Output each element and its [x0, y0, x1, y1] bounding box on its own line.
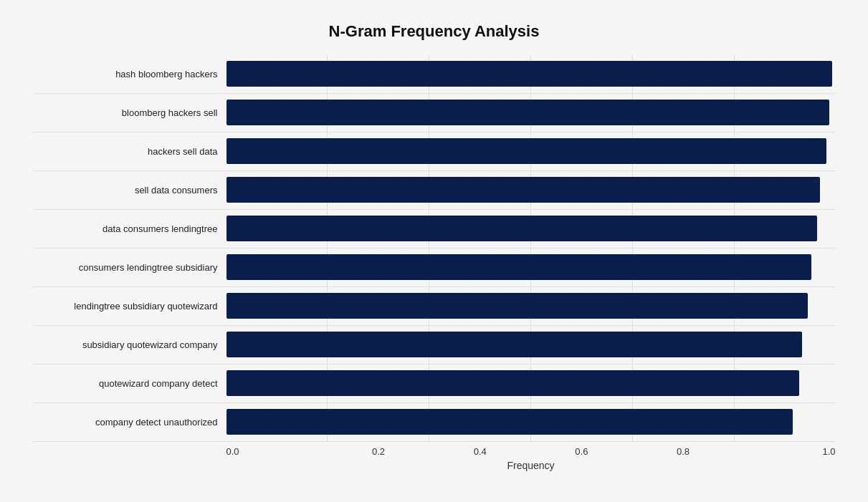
- bar-label: hackers sell data: [33, 146, 226, 157]
- bar-row: bloomberg hackers sell: [33, 94, 836, 132]
- bar-label: consumers lendingtree subsidiary: [33, 262, 226, 273]
- bars-container: hash bloomberg hackersbloomberg hackers …: [33, 55, 836, 442]
- x-tick: 0.8: [632, 446, 734, 457]
- bar-track: [226, 293, 836, 319]
- bar-label: hash bloomberg hackers: [33, 69, 226, 79]
- x-tick: 0.6: [531, 446, 633, 457]
- bar-fill: [226, 409, 793, 435]
- bar-fill: [226, 254, 811, 280]
- x-tick: 0.2: [328, 446, 429, 457]
- bar-label: quotewizard company detect: [33, 378, 226, 389]
- bar-label: subsidiary quotewizard company: [33, 339, 226, 350]
- bar-label: sell data consumers: [33, 185, 226, 196]
- bar-fill: [226, 332, 802, 357]
- bar-row: lendingtree subsidiary quotewizard: [33, 287, 836, 326]
- bar-fill: [226, 370, 799, 396]
- bar-fill: [226, 216, 818, 241]
- bar-label: company detect unauthorized: [33, 417, 226, 428]
- bar-row: quotewizard company detect: [33, 365, 836, 403]
- bar-track: [226, 409, 836, 435]
- bar-fill: [226, 61, 833, 87]
- bar-row: hackers sell data: [33, 132, 836, 171]
- x-tick: 0.4: [429, 446, 531, 457]
- bar-fill: [226, 177, 821, 203]
- chart-area: hash bloomberg hackersbloomberg hackers …: [33, 55, 836, 442]
- x-tick: 1.0: [734, 446, 836, 457]
- bar-row: subsidiary quotewizard company: [33, 326, 836, 365]
- bar-track: [226, 138, 836, 164]
- bar-row: hash bloomberg hackers: [33, 55, 836, 94]
- chart-title: N-Gram Frequency Analysis: [33, 22, 836, 41]
- bar-track: [226, 216, 836, 241]
- x-axis-label: Frequency: [33, 460, 836, 471]
- bar-track: [226, 254, 836, 280]
- bar-row: company detect unauthorized: [33, 403, 836, 442]
- x-tick: 0.0: [226, 446, 328, 457]
- bar-label: bloomberg hackers sell: [33, 107, 226, 118]
- bar-label: lendingtree subsidiary quotewizard: [33, 301, 226, 312]
- bar-row: sell data consumers: [33, 171, 836, 210]
- bar-fill: [226, 293, 809, 319]
- bar-track: [226, 100, 836, 125]
- bar-track: [226, 61, 836, 87]
- bar-row: data consumers lendingtree: [33, 210, 836, 248]
- chart-container: N-Gram Frequency Analysis hash bloomberg…: [11, 8, 857, 495]
- bar-fill: [226, 138, 826, 164]
- bar-track: [226, 177, 836, 203]
- x-axis: 0.00.20.40.60.81.0: [33, 446, 836, 457]
- bar-track: [226, 370, 836, 396]
- bar-label: data consumers lendingtree: [33, 223, 226, 234]
- bar-track: [226, 332, 836, 357]
- bar-fill: [226, 100, 830, 125]
- bar-row: consumers lendingtree subsidiary: [33, 248, 836, 287]
